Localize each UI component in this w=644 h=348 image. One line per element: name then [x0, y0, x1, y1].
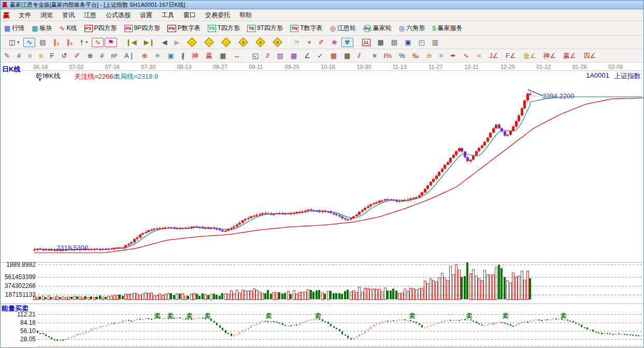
- kline-icon[interactable]: ∿K线: [56, 23, 80, 34]
- sector-blocks-icon[interactable]: ▩板块: [28, 23, 55, 34]
- period-day-icon[interactable]: ◫▾: [6, 38, 22, 47]
- symbol-name-label[interactable]: 上证指数: [614, 71, 641, 81]
- menu-news[interactable]: 资讯: [58, 10, 79, 21]
- symbol-code-label[interactable]: 1A0001: [586, 71, 609, 79]
- gold-line-red-icon[interactable]: ≍: [473, 51, 485, 61]
- prev-page-icon[interactable]: ◀: [159, 38, 170, 47]
- diamond-h-expand-icon[interactable]: ↔: [218, 37, 234, 48]
- red-fan-icon[interactable]: ⫻: [263, 51, 273, 61]
- gold-circle-icon[interactable]: ⊖: [423, 51, 435, 61]
- gann-wheel-icon[interactable]: ◎江恩轮: [326, 23, 359, 34]
- menu-window[interactable]: 窗口: [179, 10, 201, 21]
- printer-icon[interactable]: ▥: [429, 38, 441, 47]
- bars-3-icon[interactable]: ∥₃: [50, 38, 63, 47]
- n-squared-icon[interactable]: n²: [108, 51, 121, 61]
- compass-tool-icon[interactable]: ✐: [316, 38, 327, 47]
- flag-histogram-icon[interactable]: ⚑: [105, 38, 117, 47]
- save-disk-icon[interactable]: ▣: [402, 38, 414, 47]
- menu-trade-entrust[interactable]: 交易委托: [201, 10, 235, 21]
- hand-tool-icon[interactable]: ☞: [291, 38, 304, 47]
- grid-red-icon[interactable]: ▦: [327, 51, 340, 61]
- gold-tool-2-icon[interactable]: ¤: [36, 51, 46, 61]
- pin-tool-icon[interactable]: †▾: [77, 38, 91, 47]
- gold-lines-icon[interactable]: ≡: [436, 51, 447, 61]
- ink-pen-icon[interactable]: ✒: [447, 51, 459, 61]
- fractal-marks-icon[interactable]: ∦: [178, 51, 188, 61]
- last-page-icon[interactable]: ▶❙: [141, 38, 158, 47]
- win-tool-icon[interactable]: 赢: [203, 51, 216, 61]
- parallel-rays-icon[interactable]: ⫽: [354, 51, 364, 61]
- crosshair-tool-icon[interactable]: +: [304, 38, 314, 47]
- god-angle-icon[interactable]: 神∠: [540, 51, 559, 61]
- menu-browse[interactable]: 浏览: [36, 10, 58, 21]
- percent-underline-icon[interactable]: ‰: [409, 51, 422, 61]
- p-square-icon[interactable]: PSP四方形: [81, 23, 120, 34]
- first-page-icon[interactable]: ❙◀: [123, 38, 140, 47]
- diamond-compress-icon[interactable]: ✕: [235, 37, 251, 48]
- god-tool-icon[interactable]: 神: [189, 51, 202, 61]
- circle-cross-icon[interactable]: ⊕: [139, 51, 151, 61]
- j-angle-icon[interactable]: J∠: [486, 51, 502, 61]
- calculator-icon[interactable]: ▦: [375, 38, 387, 47]
- info-document-icon[interactable]: ▤: [36, 38, 49, 47]
- f-tool-icon[interactable]: F: [47, 51, 58, 61]
- comb-lines-icon[interactable]: #: [14, 51, 24, 61]
- title-bar[interactable]: 赢 赢家江恩专业版[赢家内部服务平台] - [上证指数 SH1A0001-167…: [1, 1, 643, 9]
- starburst-icon[interactable]: ✳: [152, 51, 164, 61]
- 9t-square-icon[interactable]: T99T四方形: [244, 23, 286, 34]
- menu-tools[interactable]: 工具: [157, 10, 179, 21]
- menu-settings[interactable]: 设置: [135, 10, 157, 21]
- price-scale-icon[interactable]: ≡: [369, 51, 380, 61]
- indicator-chart-canvas[interactable]: [1, 303, 644, 348]
- comb-lines-2-icon[interactable]: #: [97, 51, 107, 61]
- diamond-star-icon[interactable]: ✳: [269, 37, 285, 48]
- next-page-icon[interactable]: ▶: [171, 38, 183, 47]
- pencil-angle-icon[interactable]: ∠: [301, 51, 313, 61]
- grid-dark-icon[interactable]: ▦: [341, 51, 353, 61]
- 9p-square-icon[interactable]: P99P四方形: [121, 23, 164, 34]
- gold-tool-1-icon[interactable]: ¤: [25, 51, 35, 61]
- winner-service-icon[interactable]: $赢家服务: [429, 23, 465, 34]
- check-wave-icon[interactable]: ✓: [314, 51, 326, 61]
- purple-fan-box-icon[interactable]: ▨: [274, 51, 287, 61]
- four-angle-icon[interactable]: 四∠: [580, 51, 599, 61]
- percent-lines-red-icon[interactable]: Ⅰ%: [381, 51, 395, 61]
- purple-grid-fan-icon[interactable]: ▩: [288, 51, 300, 61]
- f-angle-icon[interactable]: F∠: [503, 51, 519, 61]
- winner-wheel-icon[interactable]: Big赢家轮: [360, 23, 395, 34]
- brain-tool-icon[interactable]: ✾: [341, 38, 353, 47]
- t-square-icon[interactable]: TST四方形: [205, 23, 243, 34]
- knot-tool-icon[interactable]: ❀: [328, 38, 340, 47]
- box-measure-icon[interactable]: ◱: [249, 51, 262, 61]
- diamond-left-icon[interactable]: ←: [184, 37, 200, 48]
- diamond-center-icon[interactable]: ✦: [252, 37, 268, 48]
- menu-file[interactable]: 文件: [14, 10, 36, 21]
- menu-help[interactable]: 帮助: [235, 10, 256, 21]
- a-mirror-icon[interactable]: A❘: [121, 51, 138, 61]
- diamond-right-icon[interactable]: →: [201, 37, 217, 48]
- span-arrows-icon[interactable]: ↔: [231, 51, 244, 61]
- p-number-table-icon[interactable]: PNP数字表: [164, 23, 204, 34]
- volume-chart-canvas[interactable]: [1, 262, 644, 303]
- square-target-icon[interactable]: ▣: [164, 51, 177, 61]
- win-angle-icon[interactable]: 赢∠: [560, 51, 579, 61]
- screen-capture-icon[interactable]: ◰: [415, 38, 427, 47]
- menu-gann[interactable]: 江恩: [79, 10, 101, 21]
- calendar-21-icon[interactable]: 21: [359, 38, 374, 47]
- menu-formula-stock-pick[interactable]: 公式选股: [101, 10, 135, 21]
- notepad-icon[interactable]: ▤: [388, 38, 400, 47]
- grid-price-table-icon[interactable]: ▦: [217, 51, 229, 61]
- clock-circle-icon[interactable]: ⊕: [84, 51, 96, 61]
- wave-red-icon[interactable]: ∿: [460, 51, 472, 61]
- percent-icon[interactable]: %: [396, 51, 408, 61]
- brush-tool-2-icon[interactable]: ✐: [71, 51, 83, 61]
- zigzag-red-icon[interactable]: ∿: [92, 38, 104, 47]
- brush-tool-icon[interactable]: ✎: [1, 51, 13, 61]
- bars-9-icon[interactable]: ∥₉: [63, 38, 76, 47]
- market-quotes-icon[interactable]: ▦行情: [1, 23, 27, 34]
- hexagon-icon[interactable]: ◎六角形: [396, 23, 428, 34]
- spiral-tool-icon[interactable]: ↺: [59, 51, 70, 61]
- gold-angle-icon[interactable]: 金∠: [520, 51, 539, 61]
- t-number-table-icon[interactable]: TNT数字表: [287, 23, 325, 34]
- zigzag-blue-icon[interactable]: ∿: [23, 38, 35, 47]
